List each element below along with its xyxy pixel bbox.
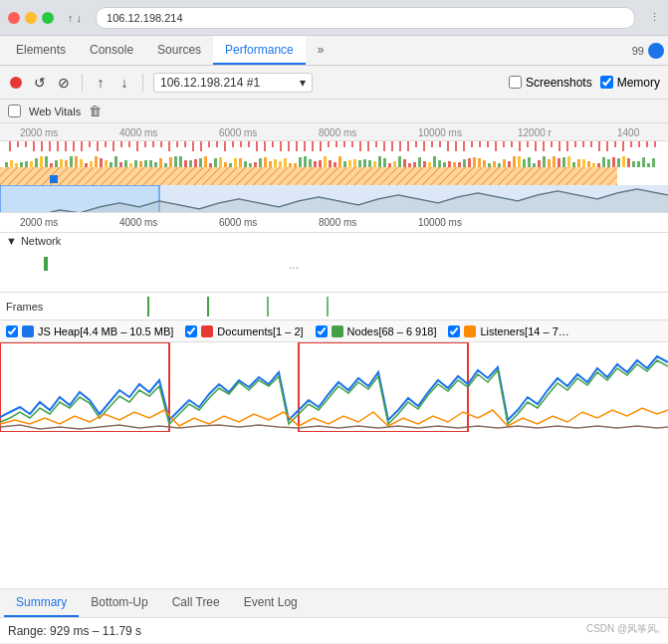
traffic-light-minimize[interactable]	[25, 12, 37, 24]
colored-bars-svg	[0, 155, 668, 167]
clear-recordings-button[interactable]: 🗑	[89, 104, 102, 118]
legend-documents-checkbox[interactable]	[185, 325, 197, 337]
svg-rect-185	[518, 156, 521, 167]
tab-sources[interactable]: Sources	[145, 36, 213, 65]
svg-rect-100	[95, 156, 98, 167]
tab-more[interactable]: »	[306, 36, 336, 65]
traffic-lights	[8, 12, 54, 24]
import-button[interactable]: ↑	[93, 75, 109, 91]
legend-documents: Documents[1 – 2]	[185, 325, 303, 337]
svg-rect-120	[194, 159, 197, 167]
svg-rect-165	[418, 157, 421, 167]
tick-2000: 2000 ms	[20, 127, 58, 138]
bottom-timeline-ruler: 2000 ms 4000 ms 6000 ms 8000 ms 10000 ms	[0, 213, 668, 233]
screenshots-checkbox[interactable]	[509, 76, 522, 89]
svg-rect-210	[642, 157, 645, 167]
bottom-tick-8000: 8000 ms	[319, 217, 356, 228]
svg-rect-143	[309, 159, 312, 167]
export-button[interactable]: ↓	[116, 75, 132, 91]
tab-event-log[interactable]: Event Log	[232, 589, 310, 617]
svg-rect-175	[468, 158, 471, 167]
svg-rect-116	[174, 156, 177, 167]
tab-console[interactable]: Console	[78, 36, 145, 65]
svg-rect-117	[179, 156, 182, 167]
memory-chart	[0, 342, 668, 588]
toolbar-right: Screenshots Memory	[509, 76, 660, 90]
svg-rect-118	[184, 160, 187, 167]
traffic-light-close[interactable]	[8, 12, 20, 24]
svg-rect-206	[622, 156, 625, 167]
tab-call-tree[interactable]: Call Tree	[160, 589, 232, 617]
clear-button[interactable]: ⊘	[56, 75, 72, 91]
svg-rect-83	[10, 160, 13, 167]
svg-rect-182	[503, 159, 506, 167]
svg-rect-187	[528, 157, 531, 167]
svg-rect-128	[234, 158, 237, 167]
svg-rect-191	[548, 159, 551, 167]
svg-rect-190	[543, 156, 546, 167]
legend-js-heap-checkbox[interactable]	[6, 325, 18, 337]
svg-rect-133	[259, 158, 262, 167]
legend-nodes-checkbox[interactable]	[316, 325, 328, 337]
svg-rect-168	[433, 156, 436, 167]
bottom-tick-2000: 2000 ms	[20, 217, 58, 228]
svg-rect-198	[582, 159, 585, 167]
svg-rect-177	[478, 158, 481, 167]
timeline-ruler: 2000 ms 4000 ms 6000 ms 8000 ms 10000 ms…	[0, 123, 668, 141]
legend-js-heap-color	[22, 325, 34, 337]
svg-rect-149	[338, 156, 341, 167]
bottom-tick-10000: 10000 ms	[418, 217, 462, 228]
devtools-panel: Elements Console Sources Performance » 9…	[0, 36, 668, 644]
svg-rect-204	[612, 157, 615, 167]
svg-rect-169	[438, 160, 441, 167]
webvitals-checkbox[interactable]	[8, 105, 21, 117]
legend-listeners-checkbox[interactable]	[448, 325, 460, 337]
svg-rect-220	[44, 257, 48, 271]
tick-12000: 12000 r	[518, 127, 552, 138]
tick-4000: 4000 ms	[119, 127, 157, 138]
network-label: ▼ Network	[0, 233, 668, 249]
tab-bottom-up[interactable]: Bottom-Up	[79, 589, 159, 617]
svg-rect-97	[80, 159, 83, 167]
legend-js-heap: JS Heap[4.4 MB – 10.5 MB]	[6, 325, 173, 337]
tab-summary[interactable]: Summary	[4, 589, 79, 617]
svg-rect-174	[463, 159, 466, 167]
svg-rect-89	[40, 156, 43, 167]
svg-rect-155	[368, 160, 371, 167]
range-bar: Range: 929 ms – 11.79 s	[0, 618, 668, 644]
frames-content	[49, 293, 668, 320]
refresh-button[interactable]: ↺	[32, 75, 48, 91]
tab-performance[interactable]: Performance	[213, 36, 306, 65]
range-text: Range: 929 ms – 11.79 s	[8, 624, 141, 638]
record-button[interactable]	[8, 75, 24, 91]
memory-checkbox[interactable]	[600, 76, 613, 89]
svg-rect-162	[403, 159, 406, 167]
frames-section: Frames	[0, 293, 668, 321]
network-arrow-icon[interactable]: ▼	[6, 235, 17, 247]
svg-rect-115	[169, 157, 172, 167]
screenshots-label: Screenshots	[526, 76, 592, 90]
svg-rect-202	[602, 157, 605, 167]
svg-rect-113	[159, 158, 162, 167]
devtools-tabs: Elements Console Sources Performance » 9…	[0, 36, 668, 66]
url-dropdown-icon[interactable]: ▾	[300, 76, 306, 90]
svg-rect-216	[50, 175, 58, 183]
traffic-light-maximize[interactable]	[42, 12, 54, 24]
svg-rect-195	[567, 156, 570, 167]
legend-nodes: Nodes[68 – 6 918]	[316, 325, 437, 337]
svg-rect-178	[483, 160, 486, 167]
svg-rect-108	[134, 160, 137, 167]
svg-rect-153	[358, 160, 361, 167]
webvitals-row: Web Vitals 🗑	[0, 100, 668, 123]
svg-rect-146	[324, 156, 327, 167]
svg-rect-104	[114, 156, 117, 167]
timeline-overview[interactable]: 2000 ms 4000 ms 6000 ms 8000 ms 10000 ms…	[0, 123, 668, 213]
svg-rect-176	[473, 157, 476, 167]
svg-rect-88	[35, 158, 38, 167]
tab-elements[interactable]: Elements	[4, 36, 78, 65]
svg-rect-161	[398, 156, 401, 167]
svg-rect-194	[562, 157, 565, 167]
svg-rect-102	[105, 160, 108, 167]
frames-svg	[49, 293, 646, 320]
svg-rect-193	[557, 158, 560, 167]
